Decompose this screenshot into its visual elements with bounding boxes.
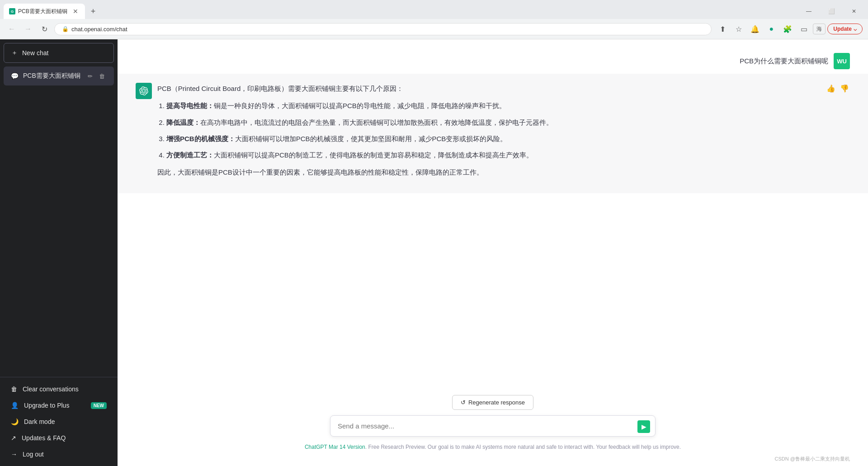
reason-text-1: 铜是一种良好的导体，大面积铺铜可以提高PCB的导电性能，减少电阻，降低电路的噪声…	[214, 102, 506, 109]
list-item: 降低温度：在高功率电路中，电流流过的电阻会产生热量，而大面积铺铜可以增加散热面积…	[166, 117, 850, 128]
sidebar-toggle-icon[interactable]: ▭	[797, 22, 811, 36]
toolbar-icons: ⬆ ☆ 🔔 ● 🧩 ▭ 海 Update ⌵	[715, 22, 863, 36]
update-label: Update	[833, 26, 852, 32]
thumbs-up-button[interactable]: 👍	[826, 83, 836, 94]
thumbs-down-button[interactable]: 👎	[839, 83, 850, 94]
reason-text-3: 大面积铺铜可以增加PCB的机械强度，使其更加坚固和耐用，减少PCB变形或损坏的风…	[235, 135, 507, 143]
user-icon: 👤	[11, 402, 19, 409]
sidebar-bottom: 🗑 Clear conversations 👤 Upgrade to Plus …	[0, 377, 118, 466]
chat-icon: 💬	[11, 72, 19, 80]
footer-text: ChatGPT Mar 14 Version. Free Research Pr…	[305, 444, 681, 450]
upgrade-to-plus-button[interactable]: 👤 Upgrade to Plus NEW	[4, 397, 114, 414]
clear-conversations-button[interactable]: 🗑 Clear conversations	[4, 381, 114, 397]
openai-logo-icon	[139, 86, 148, 95]
updates-label: Updates & FAQ	[22, 434, 66, 442]
ai-intro-text: PCB（Printed Circuit Board，印刷电路板）需要大面积铺铜主…	[157, 83, 850, 95]
lock-icon: 🔒	[62, 26, 69, 32]
reason-title-1: 提高导电性能：	[166, 102, 214, 109]
ai-message-body: PCB（Printed Circuit Board，印刷电路板）需要大面积铺铜主…	[157, 83, 850, 184]
update-button[interactable]: Update ⌵	[827, 24, 863, 34]
input-row: ▶	[330, 415, 656, 438]
dark-mode-button[interactable]: 🌙 Dark mode	[4, 414, 114, 430]
send-button[interactable]: ▶	[637, 420, 650, 433]
upgrade-label: Upgrade to Plus	[24, 402, 69, 409]
tab-close-button[interactable]: ✕	[71, 7, 80, 15]
regenerate-label: Regenerate response	[468, 399, 525, 406]
sidebar-top: ＋ New chat 💬 PCB需要大面积铺铜 ✏ 🗑	[0, 39, 118, 377]
ai-reasons-list: 提高导电性能：铜是一种良好的导体，大面积铺铜可以提高PCB的导电性能，减少电阻，…	[157, 100, 850, 161]
list-item: 方便制造工艺：大面积铺铜可以提高PCB的制造工艺，使得电路板的制造更加容易和稳定…	[166, 149, 850, 161]
extensions-icon[interactable]: 🧩	[780, 22, 795, 36]
ai-avatar	[136, 83, 152, 99]
ai-feedback: 👍 👎	[826, 83, 850, 94]
footer-right-text: CSDN @鲁棒最小二乘支持向量机	[136, 456, 850, 462]
user-message-content: WU PCB为什么需要大面积铺铜呢	[740, 53, 850, 69]
regenerate-button[interactable]: ↺ Regenerate response	[452, 395, 533, 410]
list-item: 增强PCB的机械强度：大面积铺铜可以增加PCB的机械强度，使其更加坚固和耐用，减…	[166, 133, 850, 145]
window-controls: — ⬜ ✕	[798, 5, 864, 18]
updates-faq-button[interactable]: ↗ Updates & FAQ	[4, 430, 114, 446]
reason-title-4: 方便制造工艺：	[166, 151, 214, 159]
delete-chat-button[interactable]: 🗑	[97, 71, 107, 81]
tab-title: PCB需要大面积铺铜	[18, 8, 69, 15]
message-input[interactable]	[330, 415, 656, 437]
user-avatar: WU	[834, 53, 850, 69]
browser-chrome: G PCB需要大面积铺铜 ✕ + — ⬜ ✕ ← → ↻ 🔒 chat.open…	[0, 0, 868, 39]
back-button[interactable]: ←	[5, 23, 18, 35]
address-bar: ← → ↻ 🔒 chat.openai.com/chat ⬆ ☆ 🔔 ● 🧩 ▭…	[0, 19, 868, 39]
sidebar: ＋ New chat 💬 PCB需要大面积铺铜 ✏ 🗑 🗑 Clear conv…	[0, 39, 118, 466]
clear-conversations-label: Clear conversations	[23, 385, 79, 393]
maximize-button[interactable]: ⬜	[821, 5, 842, 18]
tab-bar: G PCB需要大面积铺铜 ✕ + — ⬜ ✕	[0, 0, 868, 19]
url-bar[interactable]: 🔒 chat.openai.com/chat	[54, 23, 712, 35]
close-window-button[interactable]: ✕	[844, 5, 864, 18]
log-out-button[interactable]: → Log out	[4, 446, 114, 462]
minimize-button[interactable]: —	[798, 5, 819, 18]
extra-icon[interactable]: 海	[813, 24, 826, 34]
new-chat-label: New chat	[22, 49, 48, 57]
notification-icon[interactable]: 🔔	[748, 22, 762, 36]
edit-chat-button[interactable]: ✏	[85, 71, 95, 81]
profile-icon[interactable]: ●	[764, 22, 778, 36]
dark-mode-label: Dark mode	[24, 418, 55, 425]
update-chevron: ⌵	[854, 26, 857, 32]
user-message-row: WU PCB为什么需要大面积铺铜呢	[118, 48, 868, 74]
reason-title-3: 增强PCB的机械强度：	[166, 135, 235, 143]
refresh-icon: ↺	[461, 399, 466, 406]
url-text: chat.openai.com/chat	[71, 26, 127, 33]
footer-version-link[interactable]: ChatGPT Mar 14 Version	[305, 444, 365, 450]
moon-icon: 🌙	[11, 418, 19, 425]
new-tab-button[interactable]: +	[87, 5, 99, 18]
new-badge: NEW	[91, 402, 107, 409]
share-icon[interactable]: ⬆	[715, 22, 730, 36]
chat-history-item[interactable]: 💬 PCB需要大面积铺铜 ✏ 🗑	[4, 67, 114, 86]
forward-button[interactable]: →	[22, 23, 34, 35]
logout-icon: →	[11, 451, 17, 458]
ai-message-row: PCB（Printed Circuit Board，印刷电路板）需要大面积铺铜主…	[118, 74, 868, 193]
bookmark-icon[interactable]: ☆	[731, 22, 746, 36]
app-container: ＋ New chat 💬 PCB需要大面积铺铜 ✏ 🗑 🗑 Clear conv…	[0, 39, 868, 466]
reason-title-2: 降低温度：	[166, 119, 200, 126]
tab-favicon: G	[9, 8, 15, 14]
external-link-icon: ↗	[11, 434, 16, 442]
active-tab: G PCB需要大面积铺铜 ✕	[4, 4, 85, 19]
plus-icon: ＋	[11, 49, 18, 57]
list-item: 提高导电性能：铜是一种良好的导体，大面积铺铜可以提高PCB的导电性能，减少电阻，…	[166, 100, 850, 112]
main-content: WU PCB为什么需要大面积铺铜呢 PCB（Printed Circuit Bo…	[118, 39, 868, 466]
log-out-label: Log out	[23, 451, 44, 458]
ai-conclusion-text: 因此，大面积铺铜是PCB设计中一个重要的因素，它能够提高电路板的性能和稳定性，保…	[157, 166, 850, 178]
chat-item-actions: ✏ 🗑	[85, 71, 107, 81]
new-chat-button[interactable]: ＋ New chat	[4, 43, 114, 63]
trash-icon: 🗑	[11, 385, 17, 393]
chat-item-title: PCB需要大面积铺铜	[23, 72, 80, 80]
footer-description: . Free Research Preview. Our goal is to …	[365, 444, 681, 450]
bottom-area: ↺ Regenerate response ▶ ChatGPT Mar 14 V…	[118, 388, 868, 466]
refresh-button[interactable]: ↻	[38, 23, 51, 35]
user-question: PCB为什么需要大面积铺铜呢	[740, 53, 828, 67]
reason-text-4: 大面积铺铜可以提高PCB的制造工艺，使得电路板的制造更加容易和稳定，降低制造成本…	[214, 151, 533, 159]
chat-area: WU PCB为什么需要大面积铺铜呢 PCB（Printed Circuit Bo…	[118, 39, 868, 388]
reason-text-2: 在高功率电路中，电流流过的电阻会产生热量，而大面积铺铜可以增加散热面积，有效地降…	[200, 119, 553, 126]
